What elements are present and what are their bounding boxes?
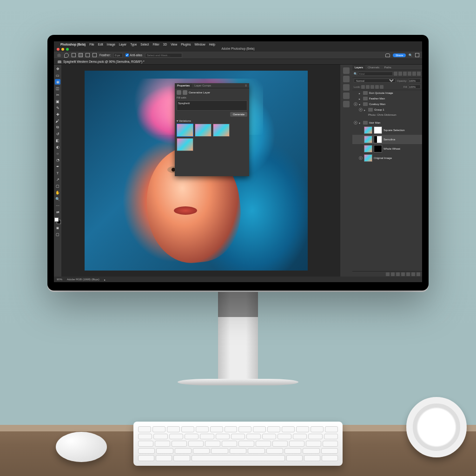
- lasso-icon[interactable]: [64, 53, 69, 58]
- screenmode-icon[interactable]: ▢: [55, 231, 60, 237]
- pen-tool-icon[interactable]: ✒: [55, 164, 60, 169]
- visibility-icon[interactable]: [359, 156, 363, 160]
- eraser-tool-icon[interactable]: ◧: [55, 138, 60, 143]
- new-adjustment-icon[interactable]: [401, 272, 405, 276]
- feather-input[interactable]: [113, 53, 123, 58]
- filter-adjust-icon[interactable]: [398, 72, 402, 76]
- chevron-down-icon[interactable]: ▾: [359, 121, 362, 125]
- lock-pixels-icon[interactable]: [366, 85, 370, 89]
- select-mode-new-icon[interactable]: [72, 53, 76, 57]
- menu-image[interactable]: Image: [107, 43, 115, 46]
- workspace-icon[interactable]: [415, 53, 419, 57]
- visibility-icon[interactable]: [354, 121, 357, 125]
- layer-mask[interactable]: [374, 136, 382, 143]
- menu-window[interactable]: Window: [194, 43, 205, 46]
- search-icon[interactable]: 🔍: [409, 53, 412, 57]
- generative-prompt-input[interactable]: Spaghetti: [177, 100, 247, 111]
- delete-layer-icon[interactable]: [416, 272, 420, 276]
- layer-item[interactable]: Whole Wheat: [352, 144, 422, 153]
- swatches-panel-icon[interactable]: [343, 76, 350, 82]
- generate-button[interactable]: Generate: [230, 112, 247, 117]
- stamp-tool-icon[interactable]: ⧉: [55, 125, 60, 130]
- layer-group[interactable]: ▸ Group 1: [352, 107, 422, 112]
- maximize-icon[interactable]: [66, 48, 69, 51]
- antialias-checkbox[interactable]: Anti-alias: [126, 53, 142, 57]
- gradient-tool-icon[interactable]: ◐: [55, 144, 60, 150]
- layer-item[interactable]: Semolina: [352, 135, 422, 144]
- type-tool-icon[interactable]: T: [55, 170, 60, 176]
- variation-thumb[interactable]: [213, 124, 230, 137]
- menu-edit[interactable]: Edit: [98, 43, 103, 46]
- filter-pixel-icon[interactable]: [394, 72, 397, 76]
- color-panel-icon[interactable]: [343, 67, 350, 74]
- filter-shape-icon[interactable]: [408, 72, 411, 76]
- mac-menubar[interactable]: Photoshop (Beta) File Edit Image Layer T…: [54, 41, 422, 47]
- chevron-right-icon[interactable]: ▸: [364, 108, 367, 112]
- filter-type-icon[interactable]: [403, 72, 407, 76]
- blur-tool-icon[interactable]: ○: [55, 151, 60, 156]
- select-mode-intersect-icon[interactable]: [93, 53, 97, 57]
- variation-thumb[interactable]: [177, 138, 193, 151]
- app-name[interactable]: Photoshop (Beta): [60, 43, 86, 46]
- hand-tool-icon[interactable]: ✋: [55, 190, 60, 195]
- tab-paths[interactable]: Paths: [382, 65, 393, 70]
- opacity-input[interactable]: [409, 79, 421, 83]
- menu-type[interactable]: Type: [130, 43, 137, 46]
- filter-search-icon[interactable]: 🔍: [354, 72, 357, 75]
- crop-tool-icon[interactable]: ✂: [55, 92, 60, 98]
- chevron-right-icon[interactable]: ▸: [359, 92, 362, 95]
- tab-channels[interactable]: Channels: [365, 65, 382, 70]
- new-layer-icon[interactable]: [411, 272, 415, 276]
- path-tool-icon[interactable]: ↗: [55, 177, 60, 182]
- object-select-tool-icon[interactable]: ◫: [55, 86, 60, 91]
- contextual-task-input[interactable]: [145, 53, 182, 58]
- layer-group[interactable]: ▸ Don Quixote Image: [352, 90, 422, 96]
- visibility-icon[interactable]: [354, 102, 357, 106]
- layer-mask[interactable]: [374, 145, 382, 152]
- marquee-tool-icon[interactable]: ▭: [55, 73, 60, 78]
- filter-smart-icon[interactable]: [412, 72, 416, 76]
- chevron-down-icon[interactable]: ▾: [359, 103, 362, 106]
- move-tool-icon[interactable]: ✥: [55, 66, 60, 72]
- share-button[interactable]: Share: [393, 53, 406, 57]
- link-layers-icon[interactable]: [386, 272, 390, 276]
- quickmask-icon[interactable]: ◙: [55, 225, 60, 231]
- panel-menu-icon[interactable]: ≡: [243, 83, 249, 88]
- menu-view[interactable]: View: [171, 43, 177, 46]
- layer-item[interactable]: Photo: Chris Dickinson: [352, 112, 422, 117]
- dodge-tool-icon[interactable]: ◔: [55, 157, 60, 163]
- eyedropper-tool-icon[interactable]: ✎: [55, 105, 60, 111]
- close-icon[interactable]: [57, 48, 60, 51]
- layer-mask-icon[interactable]: [396, 272, 400, 276]
- layer-style-icon[interactable]: [391, 272, 395, 276]
- layer-group[interactable]: ▾ Hair Man: [352, 120, 422, 126]
- layer-item[interactable]: Original Image: [352, 153, 422, 163]
- new-group-icon[interactable]: [406, 272, 410, 276]
- zoom-tool-icon[interactable]: 🔍: [55, 196, 60, 202]
- healing-tool-icon[interactable]: ✚: [55, 112, 60, 117]
- menu-layer[interactable]: Layer: [119, 43, 126, 46]
- libraries-panel-icon[interactable]: [343, 84, 350, 91]
- shape-tool-icon[interactable]: ▢: [55, 183, 60, 189]
- lock-artboard-icon[interactable]: [375, 85, 379, 89]
- lock-all-icon[interactable]: [380, 85, 383, 89]
- color-swatches[interactable]: [54, 218, 61, 224]
- adjustments-panel-icon[interactable]: [343, 93, 350, 99]
- cloud-docs-icon[interactable]: [385, 53, 390, 57]
- filter-toggle-icon[interactable]: [417, 72, 421, 76]
- select-mode-subtract-icon[interactable]: [86, 53, 90, 57]
- color-profile[interactable]: Adobe RGB (1998) (8bpc): [67, 278, 99, 281]
- variation-thumb[interactable]: [177, 124, 193, 137]
- edit-toolbar-icon[interactable]: ⇄: [55, 209, 60, 215]
- tab-layers[interactable]: Layers: [352, 65, 365, 70]
- brush-tool-icon[interactable]: 🖌: [55, 118, 60, 124]
- lock-position-icon[interactable]: [370, 85, 374, 89]
- history-panel-icon[interactable]: [343, 101, 350, 107]
- layer-group[interactable]: ▾ Cowboy Man: [352, 101, 422, 107]
- minimize-icon[interactable]: [61, 48, 64, 51]
- variation-thumb[interactable]: [195, 124, 212, 137]
- menu-plugins[interactable]: Plugins: [181, 43, 191, 46]
- document-tab[interactable]: Spaghetti Western Demo.psdc @ 90% (Semol…: [63, 60, 144, 63]
- home-icon[interactable]: [57, 53, 61, 57]
- frame-tool-icon[interactable]: ▣: [55, 99, 60, 104]
